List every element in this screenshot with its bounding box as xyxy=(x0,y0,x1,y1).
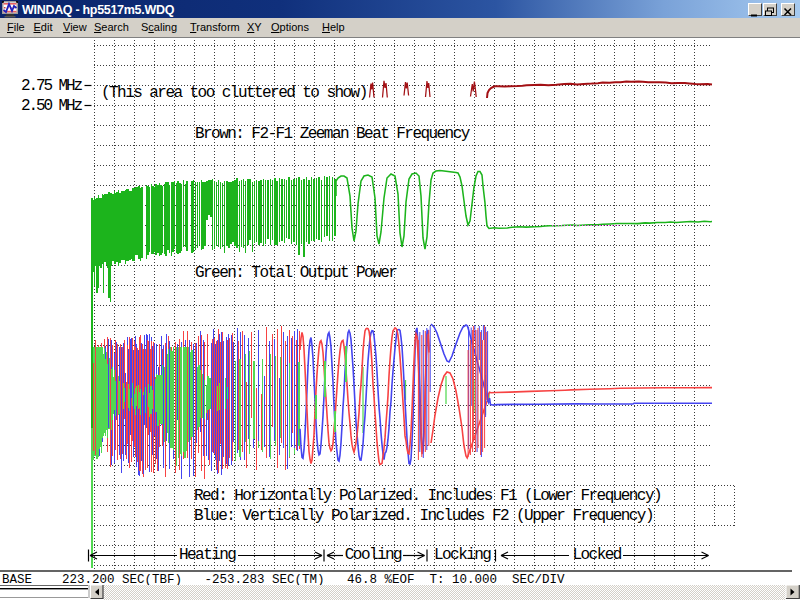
svg-text:Locked: Locked xyxy=(573,546,622,564)
svg-text:2.50 MHz: 2.50 MHz xyxy=(21,97,83,115)
svg-text:Heating: Heating xyxy=(179,546,236,564)
svg-text:Brown: F2-F1 Zeeman Beat Frequ: Brown: F2-F1 Zeeman Beat Frequency xyxy=(195,125,471,143)
svg-text:Blue: Vertically Polarized. In: Blue: Vertically Polarized. Includes F2 … xyxy=(194,507,653,525)
svg-text:Red: Horizontally Polarized. I: Red: Horizontally Polarized. Includes F1… xyxy=(194,487,661,505)
svg-text:Cooling: Cooling xyxy=(345,546,402,564)
svg-text:Green: Total Output Power: Green: Total Output Power xyxy=(195,264,397,282)
svg-text:(This area too cluttered to sh: (This area too cluttered to show) xyxy=(101,84,367,102)
svg-text:Locking: Locking xyxy=(434,546,491,564)
svg-text:2.75 MHz: 2.75 MHz xyxy=(21,77,83,95)
